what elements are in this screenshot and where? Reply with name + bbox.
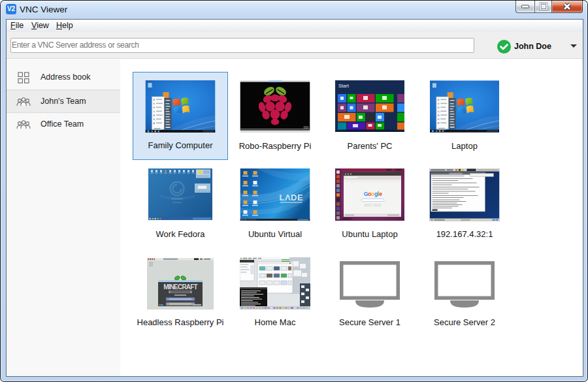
svg-text:LΛDE: LΛDE [280, 193, 304, 202]
svg-text:Start: Start [338, 83, 350, 89]
svg-text:MINECRAFT: MINECRAFT [163, 283, 197, 291]
svg-text:e: e [379, 191, 382, 197]
